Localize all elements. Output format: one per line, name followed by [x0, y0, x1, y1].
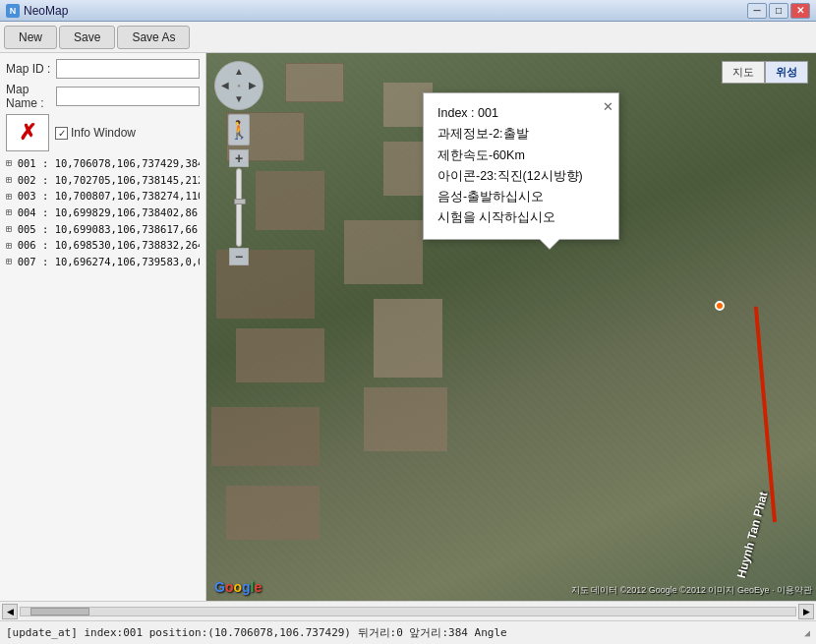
- info-window-checkbox-row[interactable]: Info Window: [55, 126, 136, 140]
- navigation-control: ▲ ◀ ● ▶ ▼ 🚶 + −: [214, 61, 263, 265]
- left-panel: Map ID : Map Name : ✗ Info Window ⊞001 :…: [0, 53, 206, 601]
- waypoint-text: 007 : 10,696274,106,739583,0,0: [18, 255, 200, 269]
- app-icon: N: [6, 4, 20, 18]
- building-1: [285, 63, 344, 102]
- title-bar: N NeoMap ─ □ ✕: [0, 0, 816, 22]
- building-4: [256, 171, 324, 230]
- new-button[interactable]: New: [4, 26, 57, 49]
- building-8: [236, 328, 324, 382]
- map-id-label: Map ID :: [6, 62, 56, 76]
- waypoint-item[interactable]: ⊞007 : 10,696274,106,739583,0,0: [4, 254, 202, 270]
- zoom-controls: + −: [229, 149, 249, 265]
- waypoint-list: ⊞001 : 10,706078,106,737429,384⊞002 : 10…: [4, 155, 202, 595]
- map-area[interactable]: Huynh Tan Phat 지도 위성 ▲ ◀ ● ▶ ▼: [206, 53, 816, 601]
- status-text: [update_at] index:001 position:(10.70607…: [6, 625, 507, 640]
- maximize-button[interactable]: □: [769, 3, 788, 19]
- building-9: [374, 299, 442, 378]
- waypoint-item[interactable]: ⊞001 : 10,706078,106,737429,384: [4, 155, 202, 172]
- scroll-track[interactable]: [20, 607, 796, 616]
- red-x-icon: ✗: [19, 120, 36, 146]
- popup-line3: 아이콘-23:직진(12시방향): [437, 166, 605, 187]
- scroll-thumb[interactable]: [30, 608, 89, 615]
- zoom-slider[interactable]: [236, 168, 242, 247]
- expand-icon: ⊞: [6, 222, 18, 236]
- nav-center-dot[interactable]: ●: [237, 83, 241, 88]
- google-logo: Google: [214, 579, 262, 595]
- map-view-toggle: 지도 위성: [722, 61, 808, 84]
- nav-down-arrow[interactable]: ▼: [234, 94, 244, 104]
- save-as-button[interactable]: Save As: [117, 26, 190, 49]
- popup-line1: 과제정보-2:출발: [437, 124, 605, 145]
- save-button[interactable]: Save: [59, 26, 115, 49]
- popup-line5: 시험을 시작하십시오: [437, 207, 605, 228]
- menu-bar: New Save Save As: [0, 22, 816, 53]
- nav-circle[interactable]: ▲ ◀ ● ▶ ▼: [214, 61, 263, 110]
- info-window-checkbox[interactable]: [55, 127, 68, 140]
- person-icon: 🚶: [228, 119, 250, 141]
- horizontal-scrollbar: ◀ ▶: [0, 601, 816, 620]
- waypoint-item[interactable]: ⊞004 : 10,699829,106,738402,86,: [4, 205, 202, 221]
- map-view-btn[interactable]: 지도: [722, 61, 765, 84]
- window-controls: ─ □ ✕: [747, 3, 810, 19]
- minimize-button[interactable]: ─: [747, 3, 767, 19]
- resize-handle[interactable]: ◢: [804, 627, 810, 638]
- expand-icon: ⊞: [6, 205, 18, 219]
- map-name-label: Map Name :: [6, 83, 56, 110]
- expand-icon: ⊞: [6, 173, 18, 187]
- waypoint-item[interactable]: ⊞006 : 10,698530,106,738832,264: [4, 237, 202, 254]
- zoom-out-button[interactable]: −: [229, 248, 249, 265]
- marker-icon-box[interactable]: ✗: [6, 114, 49, 151]
- waypoint-text: 004 : 10,699829,106,738402,86,: [18, 205, 200, 220]
- map-name-input[interactable]: [56, 87, 200, 106]
- waypoint-item[interactable]: ⊞005 : 10,699083,106,738617,66,: [4, 221, 202, 238]
- waypoint-item[interactable]: ⊞002 : 10,702705,106,738145,212: [4, 172, 202, 189]
- building-12: [226, 486, 320, 540]
- waypoint-marker[interactable]: [715, 301, 725, 311]
- icon-row: ✗ Info Window: [4, 114, 202, 151]
- expand-icon: ⊞: [6, 239, 18, 253]
- zoom-slider-thumb[interactable]: [234, 199, 246, 205]
- nav-right-arrow[interactable]: ▶: [249, 81, 257, 90]
- map-id-row: Map ID :: [4, 59, 202, 79]
- waypoint-text: 006 : 10,698530,106,738832,264: [18, 238, 200, 253]
- nav-up-arrow[interactable]: ▲: [234, 67, 244, 77]
- expand-icon: ⊞: [6, 255, 18, 268]
- nav-arrows: ▲ ◀ ● ▶ ▼: [218, 65, 260, 106]
- map-id-input[interactable]: [56, 59, 200, 79]
- map-copyright: 지도 데이터 ©2012 Google ©2012 이미지 GeoEye · 이…: [571, 584, 812, 597]
- info-window-label: Info Window: [71, 126, 136, 140]
- building-7: [344, 220, 423, 284]
- satellite-view-btn[interactable]: 위성: [765, 61, 808, 84]
- scroll-left-arrow[interactable]: ◀: [2, 604, 18, 619]
- zoom-in-button[interactable]: +: [229, 149, 249, 167]
- popup-line2: 제한속도-60Km: [437, 146, 605, 166]
- map-name-row: Map Name :: [4, 83, 202, 110]
- popup-line4: 음성-출발하십시오: [437, 187, 605, 207]
- expand-icon: ⊞: [6, 156, 18, 170]
- popup-index: Index : 001: [437, 103, 605, 124]
- main-layout: Map ID : Map Name : ✗ Info Window ⊞001 :…: [0, 53, 816, 601]
- scroll-right-arrow[interactable]: ▶: [798, 604, 814, 619]
- waypoint-text: 002 : 10,702705,106,738145,212: [18, 173, 200, 188]
- info-popup-close-button[interactable]: ✕: [603, 96, 613, 118]
- waypoint-text: 001 : 10,706078,106,737429,384: [18, 156, 200, 171]
- waypoint-text: 003 : 10,700807,106,738274,110: [18, 189, 200, 204]
- building-10: [211, 407, 320, 466]
- info-popup: ✕ Index : 001 과제정보-2:출발 제한속도-60Km 아이콘-23…: [423, 92, 619, 240]
- nav-left-arrow[interactable]: ◀: [221, 81, 229, 90]
- expand-icon: ⊞: [6, 190, 18, 204]
- status-bar: [update_at] index:001 position:(10.70607…: [0, 620, 816, 644]
- close-button[interactable]: ✕: [790, 3, 810, 19]
- building-11: [364, 387, 447, 451]
- waypoint-text: 005 : 10,699083,106,738617,66,: [18, 222, 200, 237]
- app-title: NeoMap: [24, 4, 747, 18]
- waypoint-item[interactable]: ⊞003 : 10,700807,106,738274,110: [4, 188, 202, 205]
- street-view-button[interactable]: 🚶: [228, 114, 250, 146]
